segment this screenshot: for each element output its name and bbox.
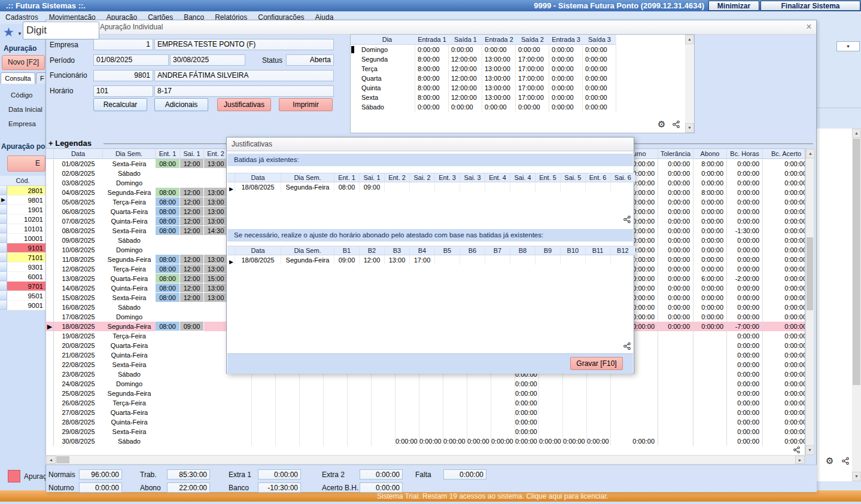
schedule-time[interactable]: 0:00:00: [549, 102, 583, 112]
share-icon[interactable]: [623, 215, 631, 224]
column-header[interactable]: B4: [410, 246, 435, 255]
schedule-time[interactable]: 8:00:00: [415, 64, 449, 74]
weekly-schedule-grid[interactable]: DiaEntrada 1Saída 1Entrada 2Saída 2Entra…: [350, 34, 695, 133]
schedule-time[interactable]: 17:00:00: [516, 74, 549, 83]
cell[interactable]: 17:00: [410, 255, 435, 265]
schedule-time[interactable]: 8:00:00: [415, 93, 449, 102]
schedule-time[interactable]: 0:00:00: [583, 74, 616, 83]
ajuste-grid[interactable]: DataDia Sem.B1B2B3B4B5B6B7B8B9B10B11B12▶…: [227, 246, 633, 265]
column-header[interactable]: B2: [360, 246, 385, 255]
cell[interactable]: [485, 255, 510, 265]
schedule-time[interactable]: 12:00:00: [449, 83, 482, 93]
window-vertical-scrollbar[interactable]: ▲ ▼: [852, 129, 861, 481]
close-icon[interactable]: ×: [804, 22, 814, 32]
batidas-grid[interactable]: DataDia Sem.Ent. 1Sai. 1Ent. 2Sai. 2Ent.…: [227, 173, 633, 192]
column-header[interactable]: [351, 35, 359, 45]
schedule-time[interactable]: 17:00:00: [516, 54, 549, 64]
column-header[interactable]: Saída 2: [516, 35, 549, 45]
right-dropdown-button[interactable]: ▼: [836, 41, 860, 51]
schedule-time[interactable]: 0:00:00: [549, 93, 583, 102]
column-header[interactable]: Bc. Acerto: [763, 149, 805, 159]
schedule-time[interactable]: 12:00:00: [449, 93, 482, 102]
cell[interactable]: Segunda-Feira: [281, 182, 334, 192]
favorites-star-icon[interactable]: ★: [3, 25, 14, 39]
funcionario-name-field[interactable]: ANDREA FÁTIMA SILVEIRA: [154, 70, 334, 81]
code-row[interactable]: 10101: [7, 224, 45, 234]
table-row[interactable]: 30/08/2025Sábado0:00:000:00:000:00:000:0…: [46, 436, 805, 446]
favorites-caret-icon[interactable]: ▼: [17, 31, 22, 36]
column-header[interactable]: B1: [334, 246, 360, 255]
column-header[interactable]: Sai. 1: [360, 173, 385, 182]
cell[interactable]: 18/08/2025: [235, 182, 281, 192]
column-header[interactable]: B5: [435, 246, 460, 255]
cell[interactable]: [510, 182, 536, 192]
cell[interactable]: [510, 255, 536, 265]
schedule-time[interactable]: 0:00:00: [482, 45, 516, 54]
codes-column-header[interactable]: Cód.: [0, 176, 45, 186]
column-header[interactable]: [227, 173, 235, 182]
column-header[interactable]: B10: [561, 246, 586, 255]
cell[interactable]: [385, 182, 410, 192]
column-header[interactable]: Dia Sem.: [281, 173, 334, 182]
code-row[interactable]: 1901: [7, 205, 45, 215]
share-icon[interactable]: [841, 457, 850, 465]
finalize-system-button[interactable]: Finalizar Sistema: [760, 1, 860, 11]
scroll-up-icon[interactable]: ▲: [685, 35, 694, 44]
table-row[interactable]: 27/08/2025Quarta-Feira0:00:000:00:000:00…: [46, 408, 805, 417]
tab-consulta[interactable]: Consulta: [1, 72, 35, 84]
column-header[interactable]: B9: [536, 246, 561, 255]
schedule-time[interactable]: 0:00:00: [516, 45, 549, 54]
imprimir-button[interactable]: Imprimir: [279, 98, 333, 111]
scrollbar-thumb[interactable]: [807, 237, 813, 310]
cell[interactable]: [611, 255, 636, 265]
cell[interactable]: [536, 255, 561, 265]
quick-search-input[interactable]: [23, 22, 99, 39]
cell[interactable]: 12:00: [360, 255, 385, 265]
column-header[interactable]: Ent. 1: [334, 173, 360, 182]
scroll-right-icon[interactable]: ►: [795, 456, 805, 464]
schedule-time[interactable]: 0:00:00: [583, 83, 616, 93]
cell[interactable]: [485, 182, 510, 192]
scrollbar-thumb[interactable]: [853, 139, 860, 385]
schedule-time[interactable]: 12:00:00: [449, 54, 482, 64]
gear-icon[interactable]: ⚙: [658, 119, 665, 130]
scroll-up-icon[interactable]: ▲: [852, 129, 861, 138]
column-header[interactable]: Abono: [693, 149, 727, 159]
column-header[interactable]: Dia Sem.: [103, 149, 156, 159]
schedule-time[interactable]: 0:00:00: [516, 102, 549, 112]
schedule-time[interactable]: 17:00:00: [516, 83, 549, 93]
schedule-time[interactable]: 0:00:00: [549, 83, 583, 93]
code-row[interactable]: 6001: [7, 272, 45, 282]
column-header[interactable]: Ent. 1: [156, 149, 180, 159]
column-header[interactable]: Ent. 5: [536, 173, 561, 182]
schedule-time[interactable]: 0:00:00: [449, 45, 482, 54]
schedule-time[interactable]: 0:00:00: [415, 45, 449, 54]
schedule-time[interactable]: 17:00:00: [516, 64, 549, 74]
cell[interactable]: [435, 182, 460, 192]
share-icon[interactable]: [793, 446, 801, 454]
cell[interactable]: [586, 182, 611, 192]
code-row[interactable]: 10001: [7, 234, 45, 243]
column-header[interactable]: B6: [460, 246, 485, 255]
table-row[interactable]: 24/08/2025Domingo0:00:000:00:000:00:00: [46, 379, 805, 389]
scroll-down-icon[interactable]: ▼: [852, 472, 861, 481]
schedule-time[interactable]: 12:00:00: [449, 64, 482, 74]
cell[interactable]: 09:00: [334, 255, 360, 265]
column-header[interactable]: B12: [611, 246, 636, 255]
column-header[interactable]: Sai. 2: [410, 173, 435, 182]
schedule-time[interactable]: 0:00:00: [549, 74, 583, 83]
scroll-down-icon[interactable]: ▼: [805, 445, 814, 455]
schedule-time[interactable]: 8:00:00: [415, 74, 449, 83]
column-header[interactable]: Data: [54, 149, 103, 159]
column-header[interactable]: B7: [485, 246, 510, 255]
cell[interactable]: [410, 182, 435, 192]
table-row[interactable]: 26/08/2025Terça-Feira0:00:000:00:000:00:…: [46, 398, 805, 408]
schedule-time[interactable]: 13:00:00: [482, 54, 516, 64]
schedule-time[interactable]: 17:00:00: [516, 93, 549, 102]
column-header[interactable]: Bc. Horas: [727, 149, 763, 159]
code-row[interactable]: 9101: [7, 243, 45, 253]
table-row[interactable]: 25/08/2025Segunda-Feira0:00:000:00:000:0…: [46, 389, 805, 398]
cell[interactable]: 08:00: [334, 182, 360, 192]
legendas-toggle[interactable]: + Legendas: [48, 139, 92, 148]
column-header[interactable]: Tolerância: [658, 149, 693, 159]
